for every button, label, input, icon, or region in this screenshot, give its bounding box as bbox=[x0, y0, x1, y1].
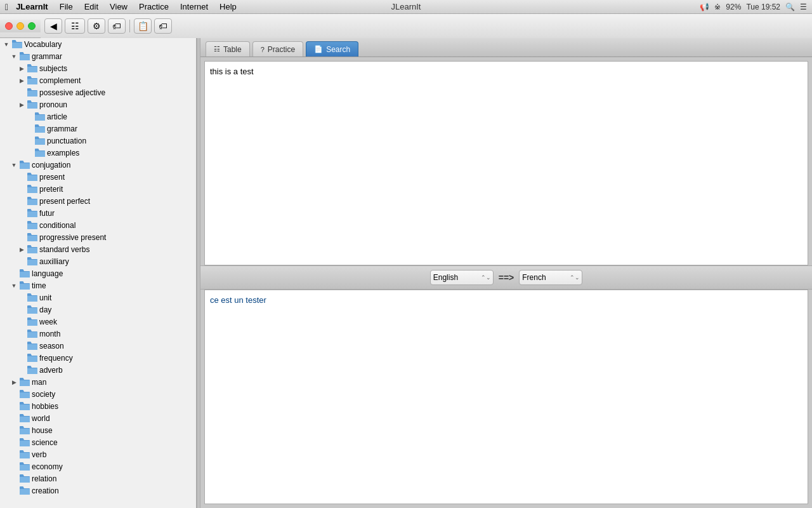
folder-icon-futur bbox=[27, 209, 37, 217]
sidebar-item-world[interactable]: world bbox=[0, 412, 196, 424]
tree-triangle-vocabulary bbox=[3, 41, 10, 48]
sidebar-item-relation[interactable]: relation bbox=[0, 472, 196, 485]
sidebar-item-unit[interactable]: unit bbox=[0, 291, 196, 304]
sidebar-item-progressive-present[interactable]: progressive present bbox=[0, 231, 196, 243]
copy-button[interactable]: 📋 bbox=[134, 18, 152, 34]
sidebar-label-society: society bbox=[32, 390, 55, 399]
sidebar-item-futur[interactable]: futur bbox=[0, 207, 196, 219]
time-display: Tue 19:52 bbox=[746, 3, 780, 11]
menu-icon[interactable]: ☰ bbox=[800, 3, 807, 11]
internet-menu[interactable]: Internet bbox=[176, 2, 212, 11]
sidebar-item-grammar2[interactable]: grammar bbox=[0, 123, 196, 135]
tag-button[interactable]: 🏷 bbox=[108, 18, 126, 34]
back-button[interactable]: ◀ bbox=[44, 18, 62, 34]
file-menu[interactable]: File bbox=[56, 2, 77, 11]
tree-triangle-standard-verbs bbox=[18, 246, 25, 253]
sidebar-item-article[interactable]: article bbox=[0, 110, 196, 123]
spotlight-icon[interactable]: 🔍 bbox=[785, 3, 795, 11]
sidebar-item-hobbies[interactable]: hobbies bbox=[0, 400, 196, 412]
folder-icon-grammar2 bbox=[35, 124, 45, 133]
folder-icon-society bbox=[20, 390, 30, 398]
to-lang-select[interactable]: EnglishFrenchSpanishGermanItalian bbox=[519, 270, 582, 285]
maximize-button[interactable] bbox=[28, 22, 36, 30]
sidebar-label-frequency: frequency bbox=[39, 354, 73, 363]
app-menu[interactable]: JLearnIt bbox=[12, 2, 52, 11]
sidebar-item-economy[interactable]: economy bbox=[0, 460, 196, 472]
minimize-button[interactable] bbox=[16, 22, 24, 30]
sidebar-item-present[interactable]: present bbox=[0, 171, 196, 183]
sidebar-label-auxilliary: auxilliary bbox=[39, 257, 69, 266]
sidebar-label-creation: creation bbox=[32, 486, 59, 495]
sidebar-label-conditional: conditional bbox=[39, 221, 75, 230]
sidebar-item-creation[interactable]: creation bbox=[0, 485, 196, 497]
sidebar-item-verb[interactable]: verb bbox=[0, 448, 196, 460]
search-input[interactable]: this is a test bbox=[205, 62, 808, 265]
sidebar-item-subjects[interactable]: subjects bbox=[0, 62, 196, 74]
sidebar-label-economy: economy bbox=[32, 462, 63, 471]
sidebar-item-month[interactable]: month bbox=[0, 328, 196, 340]
sidebar-item-society[interactable]: society bbox=[0, 388, 196, 400]
sidebar-item-time[interactable]: time bbox=[0, 279, 196, 291]
bookmark-button[interactable]: 🏷 bbox=[154, 18, 172, 34]
from-lang-select[interactable]: EnglishFrenchSpanishGermanItalian bbox=[430, 270, 494, 285]
sidebar-item-house[interactable]: house bbox=[0, 424, 196, 436]
toolbar: ◀ ☷ ⚙ 🏷 📋 🏷 bbox=[41, 14, 812, 38]
sidebar-item-possesive-adjective[interactable]: possesive adjective bbox=[0, 86, 196, 98]
tree-triangle-subjects bbox=[18, 65, 25, 72]
tab-practice[interactable]: ? Practice bbox=[252, 41, 303, 57]
sidebar-label-adverb: adverb bbox=[39, 366, 63, 375]
content-area: ☷ Table ? Practice 📄 Search this is a te… bbox=[200, 38, 812, 508]
sidebar-item-science[interactable]: science bbox=[0, 436, 196, 448]
sidebar-item-auxilliary[interactable]: auxilliary bbox=[0, 255, 196, 267]
view-menu[interactable]: View bbox=[106, 2, 131, 11]
folder-icon-economy bbox=[20, 462, 30, 471]
output-text: ce est un tester bbox=[210, 295, 266, 305]
sidebar-item-preterit[interactable]: preterit bbox=[0, 183, 196, 195]
folder-icon-day bbox=[27, 305, 37, 314]
folder-icon-vocabulary bbox=[12, 40, 22, 48]
sidebar-label-science: science bbox=[32, 438, 58, 447]
folder-icon-conjugation bbox=[20, 161, 30, 169]
folder-icon-relation bbox=[20, 474, 30, 483]
folder-icon-month bbox=[27, 330, 37, 338]
folder-icon-subjects bbox=[27, 64, 37, 72]
settings-button[interactable]: ⚙ bbox=[88, 18, 105, 34]
close-button[interactable] bbox=[5, 22, 13, 30]
sidebar-item-conjugation[interactable]: conjugation bbox=[0, 159, 196, 171]
sidebar-item-language[interactable]: language bbox=[0, 267, 196, 279]
sidebar-item-season[interactable]: season bbox=[0, 340, 196, 352]
sidebar-item-man[interactable]: man bbox=[0, 376, 196, 388]
tree-triangle-man bbox=[10, 378, 18, 386]
folder-icon-article bbox=[35, 112, 45, 121]
sidebar-label-time: time bbox=[32, 281, 46, 290]
sidebar-item-frequency[interactable]: frequency bbox=[0, 352, 196, 364]
tree-triangle-grammar bbox=[10, 53, 18, 60]
folder-icon-verb bbox=[20, 450, 30, 458]
tab-table[interactable]: ☷ Table bbox=[206, 41, 250, 57]
search-doc-icon: 📄 bbox=[314, 45, 323, 53]
sidebar-item-vocabulary[interactable]: Vocabulary bbox=[0, 38, 196, 50]
sidebar-item-conditional[interactable]: conditional bbox=[0, 219, 196, 231]
view-button[interactable]: ☷ bbox=[65, 18, 85, 34]
sidebar-item-present-perfect[interactable]: present perfect bbox=[0, 195, 196, 207]
sidebar-item-examples[interactable]: examples bbox=[0, 147, 196, 159]
sidebar-item-complement[interactable]: complement bbox=[0, 74, 196, 86]
sidebar-item-grammar[interactable]: grammar bbox=[0, 50, 196, 62]
sidebar-item-adverb[interactable]: adverb bbox=[0, 364, 196, 376]
sidebar-item-day[interactable]: day bbox=[0, 304, 196, 316]
sidebar-item-week[interactable]: week bbox=[0, 316, 196, 328]
edit-menu[interactable]: Edit bbox=[81, 2, 102, 11]
help-menu[interactable]: Help bbox=[216, 2, 240, 11]
tree-triangle-complement bbox=[18, 77, 25, 84]
sidebar-item-punctuation[interactable]: punctuation bbox=[0, 135, 196, 147]
sidebar-item-standard-verbs[interactable]: standard verbs bbox=[0, 243, 196, 255]
sidebar-item-pronoun[interactable]: pronoun bbox=[0, 98, 196, 110]
practice-menu[interactable]: Practice bbox=[135, 2, 173, 11]
sidebar-label-grammar: grammar bbox=[32, 52, 62, 61]
tree-triangle-pronoun bbox=[18, 101, 25, 109]
dropbox-icon: 📢 bbox=[700, 3, 709, 11]
apple-menu[interactable]:  bbox=[5, 2, 8, 12]
tab-search[interactable]: 📄 Search bbox=[306, 41, 358, 57]
battery-status: 92% bbox=[726, 3, 741, 11]
tree-triangle-conjugation bbox=[10, 161, 18, 169]
